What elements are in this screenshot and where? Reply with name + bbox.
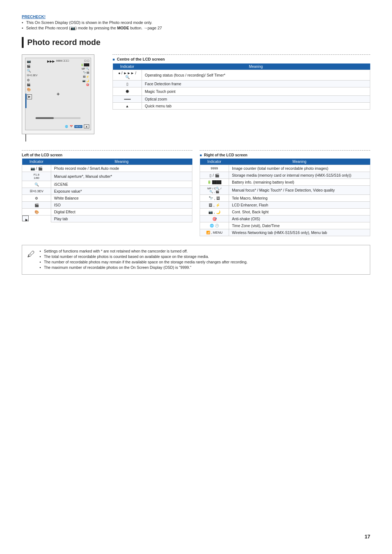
lcd-diagram-wrapper: 📷 🎬 🔍 ☒+0.3EV ⚙ 🎬 🎨 ▶ ▶▶▶ 9999 ☐☐☐ (22, 54, 102, 141)
table-row: ● / ►►► / 🔍 Operating status (focus / re… (113, 70, 370, 81)
right-row-10-indicator: 📶 , MENU (200, 229, 229, 236)
centre-row-1-indicator: ● / ►►► / 🔍 (113, 70, 142, 81)
left-table-header-meaning: Meaning (51, 159, 192, 165)
centre-row-3-meaning: Magic Touch point (142, 87, 370, 96)
lcd-icon-flash: 🖼⚡ (83, 75, 89, 78)
right-row-7-indicator: 📷 , 🌙 (200, 209, 229, 216)
table-row: ▯ / 🎬 Storage media (memory card or inte… (200, 172, 370, 179)
centre-row-2-indicator: ▯ (113, 81, 142, 87)
precheck-label: PRECHECK! (22, 15, 370, 19)
left-row-5-meaning: White Balance (51, 195, 192, 202)
lcd-icon-focus: MF🔍 (82, 67, 89, 70)
diagram-connector-left (25, 134, 102, 141)
dotted-divider-top (113, 54, 370, 55)
right-row-6-meaning: LCD Enhancer, Flash (229, 202, 370, 209)
lcd-icon-exposure: ☒+0.3EV (27, 74, 37, 77)
table-row: 9999 Image counter (total number of reco… (200, 165, 370, 172)
table-row: 🔭 , 🖼 Tele Macro, Metering (200, 195, 370, 202)
table-row: 🔍 iSCENE (22, 181, 192, 188)
note-item-2: The total number of recordable photos is… (40, 254, 248, 259)
lcd-icon-play: ▶ (27, 94, 32, 99)
lcd-center-cross: ✚ (57, 92, 60, 96)
top-layout: 📷 🎬 🔍 ☒+0.3EV ⚙ 🎬 🎨 ▶ ▶▶▶ 9999 ☐☐☐ (22, 54, 370, 141)
note-icon: 🖊 (27, 250, 35, 259)
centre-table: Indicator Meaning ● / ►►► / 🔍 Operating … (113, 63, 370, 110)
dotted-divider-left (22, 150, 192, 151)
lcd-icon-effect: 🎨 (27, 88, 37, 92)
table-row: 🎨 Digital Effect (22, 209, 192, 216)
right-row-7-meaning: Cont. Shot, Back light (229, 209, 370, 216)
left-row-6-indicator: 🎬 (22, 202, 51, 209)
table-row: F1.81/80 Manual aperture*, Manual shutte… (22, 172, 192, 181)
right-row-2-meaning: Storage media (memory card or internal m… (229, 172, 370, 179)
left-section-label: Left of the LCD screen (22, 153, 192, 157)
left-table: Indicator Meaning 📷 / 🎬 Photo record mod… (22, 159, 192, 222)
left-row-1-meaning: Photo record mode / Smart Auto mode (51, 165, 192, 172)
lcd-center-area: ✚ (57, 92, 60, 96)
left-pointer (25, 94, 26, 108)
table-row: ▶ Play tab (22, 216, 192, 222)
centre-row-5-meaning: Quick menu tab (142, 103, 370, 110)
right-row-4-indicator: MF / C🔍 /🔍 , 🎬 (200, 186, 229, 195)
precheck-list: This On Screen Display (OSD) is shown in… (22, 20, 370, 30)
right-row-2-indicator: ▯ / 🎬 (200, 172, 229, 179)
note-item-3: The number of recordable photos may rema… (40, 260, 248, 264)
centre-row-4-indicator: ━━━ (113, 96, 142, 103)
table-row: 🔋 ████ Battery info. (remaining battery … (200, 179, 370, 186)
table-row: ▲ Quick menu tab (113, 103, 370, 110)
left-row-4-indicator: ☒+0.3EV (22, 188, 51, 195)
precheck-item-1: This On Screen Display (OSD) is shown in… (22, 20, 370, 25)
table-row: 📶 , MENU Wireless Networking tab (HMX-S1… (200, 229, 370, 236)
lcd-icon-tele: 🔭🖼 (83, 71, 89, 74)
right-row-5-meaning: Tele Macro, Metering (229, 195, 370, 202)
page-number: 17 (364, 534, 370, 539)
right-section: Right of the LCD screen Indicator Meanin… (200, 150, 370, 236)
right-row-4-meaning: Manual focus* / Magic Touch* / Face Dete… (229, 186, 370, 195)
table-row: 🌐 🕐 Time Zone (visit), Date/Time (200, 222, 370, 229)
table-row: MF / C🔍 /🔍 , 🎬 Manual focus* / Magic Tou… (200, 186, 370, 195)
centre-row-1-meaning: Operating status (focus / recording)/ Se… (142, 70, 370, 81)
right-row-3-indicator: 🔋 ████ (200, 179, 229, 186)
right-row-8-indicator: 🎯 (200, 216, 229, 222)
lcd-bottom-icons: 🌐 📅 MENU ▲ (65, 124, 89, 128)
right-row-8-meaning: Anti-shake (OIS) (229, 216, 370, 222)
table-row: ✸ Magic Touch point (113, 87, 370, 96)
right-row-6-indicator: 🖼 , ⚡ (200, 202, 229, 209)
table-row: 🖼 , ⚡ LCD Enhancer, Flash (200, 202, 370, 209)
lcd-counter: 9999 ☐☐☐ (56, 59, 69, 63)
centre-row-2-meaning: Face Detection frame (142, 81, 370, 87)
centre-row-5-indicator: ▲ (113, 103, 142, 110)
right-row-10-meaning: Wireless Networking tab (HMX-S15/S16 onl… (229, 229, 370, 236)
lcd-zoom-bar (36, 117, 81, 119)
note-item-4: The maximum number of recordable photos … (40, 265, 248, 270)
lcd-icon-video: 🎬 (27, 65, 37, 68)
table-row: 🎬 ISO (22, 202, 192, 209)
right-row-1-meaning: Image counter (total number of recordabl… (229, 165, 370, 172)
lcd-left-icons: 📷 🎬 🔍 ☒+0.3EV ⚙ 🎬 🎨 ▶ (27, 59, 37, 99)
lcd-zoom-fill (36, 117, 54, 119)
right-row-9-meaning: Time Zone (visit), Date/Time (229, 222, 370, 229)
right-section-label: Right of the LCD screen (200, 153, 370, 157)
left-section: Left of the LCD screen Indicator Meaning… (22, 150, 192, 236)
left-row-8-indicator: ▶ (22, 216, 29, 221)
table-row: 🎯 Anti-shake (OIS) (200, 216, 370, 222)
centre-table-header-indicator: Indicator (113, 63, 142, 70)
table-row: 📷 / 🎬 Photo record mode / Smart Auto mod… (22, 165, 192, 172)
left-row-2-indicator: F1.81/80 (22, 172, 51, 181)
lcd-icon-battery: 🔋███ (81, 63, 89, 66)
note-item-1: Settings of functions marked with * are … (40, 249, 248, 253)
right-row-3-meaning: Battery info. (remaining battery level) (229, 179, 370, 186)
lcd-bottom-bar: 🌐 📅 MENU ▲ (65, 124, 89, 128)
right-table-header-meaning: Meaning (229, 159, 370, 165)
lcd-play-icon: ▶▶▶ (47, 59, 55, 63)
table-row: ☒+0.3EV Exposure value* (22, 188, 192, 195)
centre-table-header-meaning: Meaning (142, 63, 370, 70)
lcd-icon-wb: ⚙ (27, 78, 37, 82)
lcd-icon-scene: 🔍 (27, 69, 37, 73)
page-title: Photo record mode (22, 37, 370, 48)
left-row-5-indicator: ⚙ (22, 195, 51, 202)
right-row-5-indicator: 🔭 , 🖼 (200, 195, 229, 202)
bottom-tables: Left of the LCD screen Indicator Meaning… (22, 150, 370, 236)
left-row-6-meaning: ISO (51, 202, 192, 209)
lcd-top-bar: ▶▶▶ 9999 ☐☐☐ (47, 59, 69, 63)
